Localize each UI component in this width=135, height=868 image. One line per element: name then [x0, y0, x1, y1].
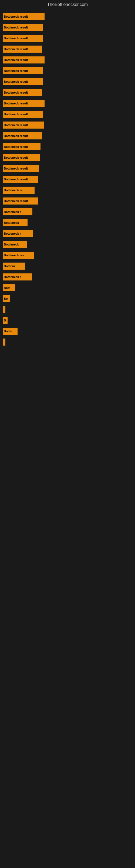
bar-label: Bottleneck: [4, 221, 19, 224]
bar-row: Bottlene: [3, 261, 132, 271]
bar: Bottleneck r: [3, 208, 32, 215]
bar-label: Bottleneck r: [4, 210, 21, 214]
bar-label: Bottleneck res: [4, 254, 24, 257]
bar: Bottleneck result: [3, 78, 43, 85]
bar-row: Bottleneck result: [3, 87, 132, 98]
bar-row: Bo: [3, 293, 132, 304]
bar-row: Bottleneck result: [3, 76, 132, 87]
bar-label: Bottleneck result: [4, 69, 28, 72]
bar: Bottleneck: [3, 219, 28, 226]
bar: Bottleneck res: [3, 252, 34, 259]
bar: Bottleneck result: [3, 197, 38, 205]
bar: Bottleneck result: [3, 111, 43, 118]
bar-row: [3, 304, 132, 315]
bar-row: Bottleneck result: [3, 66, 132, 76]
bar-row: Bottleneck result: [3, 109, 132, 119]
bar-row: Bottleneck result: [3, 152, 132, 163]
bar-row: Bottleneck result: [3, 55, 132, 65]
bar-row: Bottleneck r: [3, 228, 132, 239]
bar: Bottleneck result: [3, 176, 38, 183]
bar: Bottleneck r: [3, 273, 32, 280]
bar-row: Bottleneck re: [3, 185, 132, 195]
bar: Bottleneck result: [3, 154, 40, 161]
bar-label: Bottleneck result: [4, 102, 28, 105]
bar-row: Bott: [3, 283, 132, 293]
bar-label: B: [4, 319, 6, 322]
bar-label: Bottleneck result: [4, 199, 28, 203]
bar-row: B: [3, 315, 132, 326]
bar: Bottleneck result: [3, 56, 45, 63]
bar-label: Bottleneck re: [4, 188, 23, 192]
bar-label: Bottlene: [4, 265, 16, 268]
bar: Bottlene: [3, 262, 25, 270]
bar-row: Bottleneck r: [3, 272, 132, 282]
bar-row: Bottleneck: [3, 239, 132, 250]
bar: B: [3, 317, 8, 324]
bar-row: Bottleneck result: [3, 120, 132, 130]
bar: Bottleneck result: [3, 45, 42, 53]
bar: Bottleneck result: [3, 122, 44, 129]
bar: Bottle: [3, 328, 17, 335]
bar: Bottleneck r: [3, 230, 33, 237]
bar-row: Bottleneck res: [3, 250, 132, 260]
bar-label: Bottleneck result: [4, 26, 28, 29]
bar-label: Bottleneck: [4, 243, 19, 246]
bar-label: Bottleneck result: [4, 156, 28, 159]
bar-row: Bottleneck result: [3, 11, 132, 22]
bar-row: Bottleneck result: [3, 22, 132, 33]
bar: Bottleneck result: [3, 13, 45, 20]
bar-row: Bottleneck result: [3, 196, 132, 206]
bar-row: Bottleneck r: [3, 207, 132, 217]
bar: Bottleneck result: [3, 67, 43, 74]
bar: Bottleneck result: [3, 100, 45, 107]
bar-label: Bottleneck result: [4, 145, 28, 148]
bar-label: Bottleneck result: [4, 58, 28, 62]
bar-label: Bottleneck result: [4, 80, 28, 83]
bar: Bottleneck result: [3, 35, 43, 42]
bar-label: Bottleneck result: [4, 113, 28, 116]
bar: Bottleneck re: [3, 187, 35, 194]
bar-label: Bottleneck result: [4, 91, 28, 94]
bar-row: Bottleneck result: [3, 131, 132, 141]
chart-area: Bottleneck resultBottleneck resultBottle…: [0, 10, 135, 349]
bar: Bottleneck result: [3, 89, 42, 96]
bar-label: Bottleneck result: [4, 123, 28, 127]
bar: Bottleneck result: [3, 24, 43, 31]
bar-row: Bottleneck result: [3, 142, 132, 152]
bar-row: Bottleneck result: [3, 44, 132, 54]
bar: Bottleneck result: [3, 165, 39, 172]
bar-label: Bottle: [4, 330, 12, 333]
bar: Bottleneck result: [3, 143, 41, 150]
bar: Bottleneck: [3, 241, 27, 248]
bar-label: Bottleneck r: [4, 275, 21, 279]
bar-label: Bo: [4, 297, 8, 300]
bar-label: Bott: [4, 286, 10, 289]
bar-row: [3, 337, 132, 347]
bar: Bottleneck result: [3, 132, 42, 140]
site-title: TheBottlenecker.com: [0, 0, 135, 10]
bar: Bott: [3, 284, 15, 291]
bar-row: Bottleneck result: [3, 33, 132, 43]
bar-row: Bottleneck: [3, 218, 132, 228]
bar-label: Bottleneck result: [4, 178, 28, 181]
bar: Bo: [3, 295, 10, 302]
bar-label: Bottleneck r: [4, 232, 21, 235]
bar-row: Bottleneck result: [3, 98, 132, 108]
bar: [3, 339, 5, 346]
bar: [3, 306, 5, 313]
bar-label: Bottleneck result: [4, 48, 28, 51]
bar-label: Bottleneck result: [4, 167, 28, 170]
bar-label: Bottleneck result: [4, 134, 28, 137]
bar-row: Bottleneck result: [3, 163, 132, 174]
bar-label: Bottleneck result: [4, 37, 28, 40]
bar-row: Bottleneck result: [3, 174, 132, 184]
bar-row: Bottle: [3, 326, 132, 336]
bar-label: Bottleneck result: [4, 15, 28, 18]
